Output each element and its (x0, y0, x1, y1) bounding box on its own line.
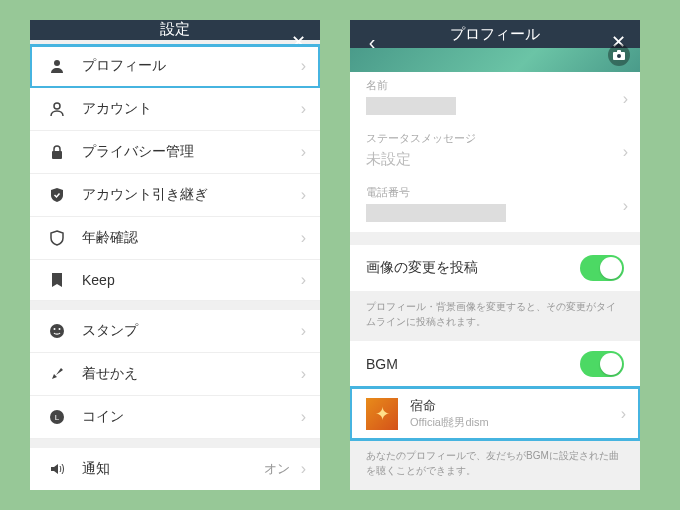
header: ‹ プロフィール ✕ (350, 20, 640, 48)
chevron-right-icon: › (301, 229, 306, 247)
row-label: プロフィール (82, 57, 166, 75)
row-label: コイン (82, 408, 124, 426)
toggle-switch[interactable] (580, 351, 624, 377)
spacer (30, 301, 320, 310)
row-label: 年齢確認 (82, 229, 138, 247)
camera-icon[interactable] (608, 44, 630, 66)
field-status[interactable]: ステータスメッセージ 未設定 › (350, 125, 640, 179)
profile-screen: ‹ プロフィール ✕ 名前 › ステータスメッセージ 未設定 › 電話番号 › … (350, 20, 640, 490)
svg-point-3 (50, 324, 64, 338)
svg-point-0 (54, 60, 60, 66)
field-label: ステータスメッセージ (366, 131, 624, 146)
spacer (350, 232, 640, 245)
chevron-right-icon: › (301, 57, 306, 75)
row-label: 通知 (82, 460, 110, 478)
chevron-right-icon: › (623, 143, 628, 161)
row-label: 着せかえ (82, 365, 138, 383)
song-title: 宿命 (410, 397, 489, 415)
svg-point-1 (54, 103, 60, 109)
toggle-label: 画像の変更を投稿 (366, 259, 478, 277)
settings-row-privacy[interactable]: プライバシー管理 › (30, 131, 320, 174)
row-trailing: オン (264, 460, 290, 478)
chevron-right-icon: › (301, 408, 306, 426)
svg-point-10 (617, 54, 621, 58)
chevron-right-icon: › (301, 186, 306, 204)
svg-rect-9 (617, 50, 621, 53)
chevron-right-icon: › (301, 322, 306, 340)
settings-screen: 設定 ✕ プロフィール › アカウント › プライバシー管理 › アカウント引き… (30, 20, 320, 490)
settings-row-keep[interactable]: Keep › (30, 260, 320, 301)
shield-check-icon (46, 187, 68, 203)
bgm-song-row[interactable]: ✦ 宿命 Official髭男dism › (350, 387, 640, 440)
field-name[interactable]: 名前 › (350, 72, 640, 125)
hint-text: プロフィール・背景画像を変更すると、その変更がタイムラインに投稿されます。 (350, 291, 640, 341)
svg-text:L: L (55, 413, 60, 422)
person-icon (46, 58, 68, 74)
coin-icon: L (46, 409, 68, 425)
speaker-icon (46, 461, 68, 477)
field-value-redacted (366, 97, 456, 115)
row-label: Keep (82, 272, 115, 288)
settings-row-stamp[interactable]: スタンプ › (30, 310, 320, 353)
row-label: プライバシー管理 (82, 143, 194, 161)
field-label: 名前 (366, 78, 624, 93)
chevron-right-icon: › (301, 271, 306, 289)
row-label: アカウント引き継ぎ (82, 186, 208, 204)
settings-row-theme[interactable]: 着せかえ › (30, 353, 320, 396)
svg-point-5 (59, 328, 61, 330)
album-art-icon: ✦ (366, 398, 398, 430)
lock-icon (46, 144, 68, 160)
row-label: アカウント (82, 100, 152, 118)
song-artist: Official髭男dism (410, 415, 489, 430)
settings-row-account[interactable]: アカウント › (30, 88, 320, 131)
toggle-label: BGM (366, 356, 398, 372)
chevron-right-icon: › (301, 460, 306, 478)
smiley-icon (46, 323, 68, 339)
chevron-right-icon: › (301, 143, 306, 161)
cover-image (350, 48, 640, 72)
chevron-right-icon: › (301, 100, 306, 118)
header-title: プロフィール (450, 25, 540, 44)
settings-row-profile[interactable]: プロフィール › (30, 45, 320, 88)
chevron-right-icon: › (623, 197, 628, 215)
chevron-right-icon: › (301, 365, 306, 383)
field-value: 未設定 (366, 150, 624, 169)
svg-point-4 (54, 328, 56, 330)
song-meta: 宿命 Official髭男dism (410, 397, 489, 430)
row-label: スタンプ (82, 322, 138, 340)
spacer (30, 439, 320, 448)
header: 設定 ✕ (30, 20, 320, 40)
chevron-right-icon: › (621, 405, 626, 423)
settings-row-notification[interactable]: 通知 オン › (30, 448, 320, 490)
settings-row-transfer[interactable]: アカウント引き継ぎ › (30, 174, 320, 217)
settings-row-coin[interactable]: L コイン › (30, 396, 320, 439)
settings-row-age[interactable]: 年齢確認 › (30, 217, 320, 260)
field-label: 電話番号 (366, 185, 624, 200)
svg-rect-2 (52, 151, 62, 159)
toggle-bgm[interactable]: BGM (350, 341, 640, 387)
hint-text: あなたのプロフィールで、友だちがBGMに設定された曲を聴くことができます。 (350, 440, 640, 490)
header-title: 設定 (160, 20, 190, 39)
user-icon (46, 101, 68, 117)
field-phone[interactable]: 電話番号 › (350, 179, 640, 232)
shield-icon (46, 230, 68, 246)
bookmark-icon (46, 272, 68, 288)
toggle-post-image[interactable]: 画像の変更を投稿 (350, 245, 640, 291)
toggle-switch[interactable] (580, 255, 624, 281)
chevron-right-icon: › (623, 90, 628, 108)
brush-icon (46, 366, 68, 382)
field-value-redacted (366, 204, 506, 222)
